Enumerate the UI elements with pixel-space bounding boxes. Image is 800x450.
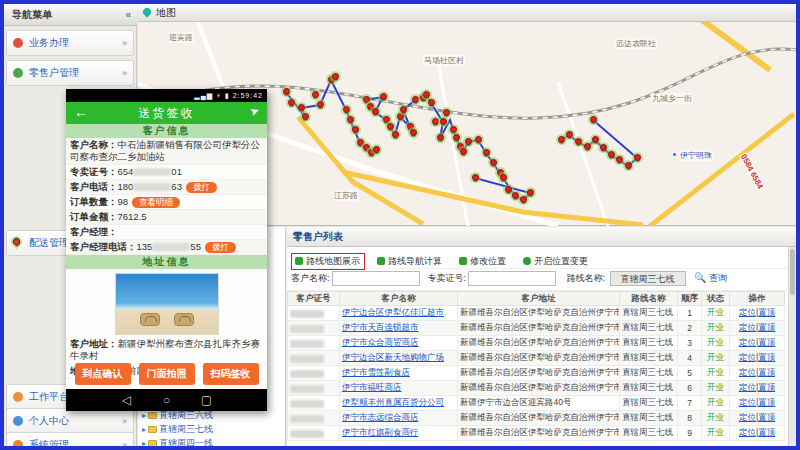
op-link-置顶[interactable]: 置顶 <box>758 367 775 377</box>
map-marker-icon[interactable] <box>312 91 319 98</box>
scrollbar-thumb[interactable] <box>790 249 795 295</box>
map-marker-icon[interactable] <box>397 113 404 120</box>
customer-name-link[interactable]: 伊犁顺丰州直属百货分公司 <box>342 397 444 407</box>
sidebar-item-零售户管理[interactable]: 零售户管理» <box>6 60 134 86</box>
toolbar-button-修改位置[interactable]: 修改位置 <box>455 253 511 270</box>
customer-name-link[interactable]: 伊宁边合区伊犁亿佳汇超市 <box>342 307 444 317</box>
map-marker-icon[interactable] <box>443 109 450 116</box>
customer-name-link[interactable]: 伊宁市众合商贸商店 <box>342 337 419 347</box>
map-marker-icon[interactable] <box>372 108 379 115</box>
phone-button-查看明细[interactable]: 查看明细 <box>132 197 180 208</box>
op-link-置顶[interactable]: 置顶 <box>758 382 775 392</box>
map-marker-icon[interactable] <box>347 116 354 123</box>
map-marker-icon[interactable] <box>625 162 632 169</box>
search-input[interactable] <box>332 271 420 286</box>
map-marker-icon[interactable] <box>520 196 527 203</box>
map-marker-icon[interactable] <box>608 151 615 158</box>
map-marker-icon[interactable] <box>302 113 309 120</box>
map-marker-icon[interactable] <box>410 129 417 136</box>
map-marker-icon[interactable] <box>432 118 439 125</box>
map-marker-icon[interactable] <box>634 154 641 161</box>
tree-item-route[interactable]: ▸直辖周四一线 <box>142 437 213 450</box>
map-marker-icon[interactable] <box>592 136 599 143</box>
map-marker-icon[interactable] <box>392 131 399 138</box>
sidebar-item-系统管理[interactable]: 系统管理» <box>6 432 134 450</box>
op-link-置顶[interactable]: 置顶 <box>758 307 775 317</box>
map-marker-icon[interactable] <box>450 126 457 133</box>
map-marker-icon[interactable] <box>373 146 380 153</box>
map-marker-icon[interactable] <box>363 96 370 103</box>
customer-name-link[interactable]: 伊宁市雪莲副食店 <box>342 367 410 377</box>
map-marker-icon[interactable] <box>400 106 407 113</box>
map-marker-icon[interactable] <box>383 116 390 123</box>
op-link-定位[interactable]: 定位 <box>739 412 756 422</box>
map-marker-icon[interactable] <box>505 186 512 193</box>
tree-item-route[interactable]: ▸直辖周三七线 <box>142 423 213 436</box>
op-link-置顶[interactable]: 置顶 <box>758 427 775 437</box>
chevron-expand-icon[interactable]: » <box>122 409 127 433</box>
op-link-置顶[interactable]: 置顶 <box>758 322 775 332</box>
map-marker-icon[interactable] <box>512 192 519 199</box>
map-tab[interactable]: 地图 <box>156 4 176 22</box>
map-marker-icon[interactable] <box>412 96 419 103</box>
map-marker-icon[interactable] <box>566 131 573 138</box>
tree-expand-icon[interactable]: ▸ <box>142 411 146 420</box>
map-marker-icon[interactable] <box>465 138 472 145</box>
map-marker-icon[interactable] <box>490 159 497 166</box>
chevron-expand-icon[interactable]: » <box>122 433 127 450</box>
toolbar-button-开启位置变更[interactable]: 开启位置变更 <box>519 253 593 270</box>
toolbar-button-路线地图展示[interactable]: 路线地图展示 <box>291 253 365 270</box>
map-marker-icon[interactable] <box>332 73 339 80</box>
customer-name-link[interactable]: 伊宁市天百连锁超市 <box>342 322 419 332</box>
op-link-置顶[interactable]: 置顶 <box>758 412 775 422</box>
map-marker-icon[interactable] <box>590 116 597 123</box>
op-link-定位[interactable]: 定位 <box>739 322 756 332</box>
collapse-icon[interactable]: « <box>125 4 131 26</box>
tree-expand-icon[interactable]: ▸ <box>142 425 146 434</box>
map-marker-icon[interactable] <box>475 136 482 143</box>
customer-name-link[interactable]: 伊宁市志远综合商店 <box>342 412 419 422</box>
nav-recents-icon[interactable]: ▢ <box>187 389 227 411</box>
map-marker-icon[interactable] <box>453 134 460 141</box>
sidebar-item-业务办理[interactable]: 业务办理» <box>6 30 134 56</box>
toolbar-button-路线导航计算[interactable]: 路线导航计算 <box>373 253 447 270</box>
map-marker-icon[interactable] <box>527 189 534 196</box>
map-marker-icon[interactable] <box>500 174 507 181</box>
nav-back-icon[interactable]: ◁ <box>107 389 147 411</box>
map-marker-icon[interactable] <box>460 148 467 155</box>
nav-home-icon[interactable]: ○ <box>147 389 187 411</box>
phone-button-拨打[interactable]: 拨打 <box>205 242 236 253</box>
map-marker-icon[interactable] <box>558 136 565 143</box>
map-marker-icon[interactable] <box>380 93 387 100</box>
op-link-定位[interactable]: 定位 <box>739 427 756 437</box>
map-marker-icon[interactable] <box>288 99 295 106</box>
map-marker-icon[interactable] <box>440 118 447 125</box>
map-marker-icon[interactable] <box>437 134 444 141</box>
map-marker-icon[interactable] <box>584 143 591 150</box>
op-link-置顶[interactable]: 置顶 <box>758 397 775 407</box>
map-marker-icon[interactable] <box>343 106 350 113</box>
action-button-扫码签收[interactable]: 扫码签收 <box>203 363 259 385</box>
op-link-定位[interactable]: 定位 <box>739 337 756 347</box>
op-link-置顶[interactable]: 置顶 <box>758 352 775 362</box>
op-link-定位[interactable]: 定位 <box>739 307 756 317</box>
op-link-定位[interactable]: 定位 <box>739 382 756 392</box>
action-button-门面拍照[interactable]: 门面拍照 <box>139 363 195 385</box>
map-marker-icon[interactable] <box>423 91 430 98</box>
map-marker-icon[interactable] <box>283 88 290 95</box>
chevron-expand-icon[interactable]: » <box>122 31 127 55</box>
op-link-定位[interactable]: 定位 <box>739 352 756 362</box>
table-scrollbar[interactable] <box>788 247 796 446</box>
route-name-value[interactable]: 直辖周三七线 <box>610 271 686 286</box>
map-marker-icon[interactable] <box>298 104 305 111</box>
map-marker-icon[interactable] <box>616 156 623 163</box>
search-button[interactable]: 🔍 查询 <box>694 273 727 283</box>
map-marker-icon[interactable] <box>428 99 435 106</box>
map-marker-icon[interactable] <box>317 101 324 108</box>
op-link-定位[interactable]: 定位 <box>739 397 756 407</box>
chevron-expand-icon[interactable]: » <box>122 61 127 85</box>
map-marker-icon[interactable] <box>387 123 394 130</box>
map-marker-icon[interactable] <box>472 174 479 181</box>
customer-name-link[interactable]: 伊宁市红旗副食商行 <box>342 427 419 437</box>
map-marker-icon[interactable] <box>352 126 359 133</box>
